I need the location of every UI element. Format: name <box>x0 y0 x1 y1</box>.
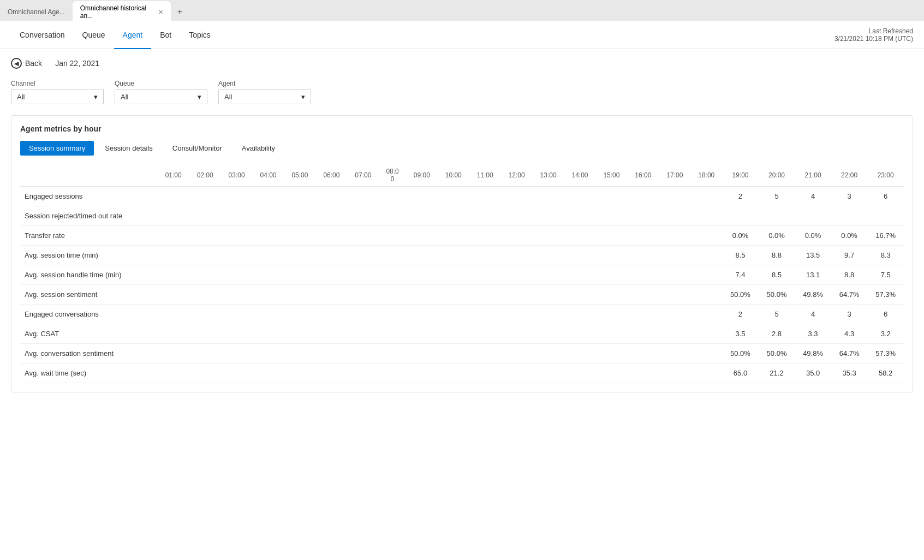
cell-value <box>347 206 379 226</box>
cell-value: 4 <box>795 305 831 324</box>
cell-value <box>501 206 533 226</box>
channel-value: All <box>17 93 25 101</box>
tab-active[interactable]: Omnichannel historical an... ✕ <box>73 1 171 23</box>
cell-value <box>627 187 659 206</box>
cell-value <box>253 324 284 344</box>
agent-select[interactable]: All ▾ <box>218 90 311 104</box>
column-header-metric <box>20 164 158 187</box>
row-label: Engaged sessions <box>20 187 158 206</box>
queue-value: All <box>121 93 128 101</box>
cell-value <box>659 285 690 305</box>
cell-value <box>158 305 189 324</box>
cell-value <box>284 324 315 344</box>
channel-filter: Channel All ▾ <box>11 80 104 104</box>
sub-tab-session-summary[interactable]: Session summary <box>20 141 94 156</box>
cell-value <box>379 305 406 324</box>
agent-chevron-icon: ▾ <box>301 93 305 101</box>
cell-value <box>379 226 406 246</box>
cell-value <box>406 305 438 324</box>
cell-value <box>379 324 406 344</box>
cell-value <box>627 265 659 285</box>
cell-value: 6 <box>867 305 904 324</box>
queue-label: Queue <box>115 80 207 87</box>
last-refreshed-label: Last Refreshed <box>834 27 913 35</box>
close-tab-icon[interactable]: ✕ <box>158 9 163 16</box>
column-header-hour: 23:00 <box>867 164 904 187</box>
cell-value <box>253 206 284 226</box>
last-refreshed: Last Refreshed 3/21/2021 10:18 PM (UTC) <box>834 27 913 43</box>
channel-select[interactable]: All ▾ <box>11 90 104 104</box>
cell-value: 35.0 <box>795 364 831 383</box>
row-label: Transfer rate <box>20 226 158 246</box>
cell-value <box>379 187 406 206</box>
column-header-hour: 04:00 <box>253 164 284 187</box>
column-header-hour: 19:00 <box>722 164 759 187</box>
cell-value <box>469 265 501 285</box>
cell-value: 50.0% <box>722 344 759 364</box>
cell-value <box>347 324 379 344</box>
row-label: Avg. CSAT <box>20 324 158 344</box>
cell-value <box>659 324 690 344</box>
table-row: Avg. conversation sentiment50.0%50.0%49.… <box>20 344 904 364</box>
cell-value <box>831 206 868 226</box>
row-label: Avg. session handle time (min) <box>20 265 158 285</box>
row-label: Avg. session sentiment <box>20 285 158 305</box>
back-button[interactable]: ◀ Back <box>11 58 42 69</box>
column-header-hour: 09:00 <box>406 164 438 187</box>
cell-value <box>347 285 379 305</box>
sub-tab-availability[interactable]: Availability <box>233 141 284 156</box>
tab-inactive[interactable]: Omnichannel Age... <box>0 5 73 19</box>
cell-value <box>284 206 315 226</box>
cell-value <box>469 246 501 265</box>
cell-value <box>564 344 596 364</box>
cell-value <box>659 265 690 285</box>
sub-tab-session-details[interactable]: Session details <box>96 141 161 156</box>
table-row: Engaged conversations25436 <box>20 305 904 324</box>
cell-value <box>221 324 253 344</box>
agent-label: Agent <box>218 80 311 87</box>
cell-value <box>315 324 347 344</box>
cell-value <box>189 364 221 383</box>
cell-value <box>315 226 347 246</box>
nav-item-queue[interactable]: Queue <box>74 21 114 49</box>
cell-value <box>659 226 690 246</box>
sub-tab-consult-monitor[interactable]: Consult/Monitor <box>164 141 231 156</box>
cell-value <box>627 324 659 344</box>
cell-value <box>347 246 379 265</box>
cell-value: 3.5 <box>722 324 759 344</box>
cell-value <box>438 206 469 226</box>
cell-value <box>533 324 564 344</box>
cell-value: 50.0% <box>722 285 759 305</box>
cell-value <box>379 206 406 226</box>
queue-select[interactable]: All ▾ <box>115 90 207 104</box>
cell-value <box>158 344 189 364</box>
card-title: Agent metrics by hour <box>20 124 904 133</box>
cell-value <box>867 206 904 226</box>
cell-value <box>406 324 438 344</box>
content-area: ◀ Back Jan 22, 2021 Channel All ▾ Queue … <box>0 49 924 560</box>
nav-item-conversation[interactable]: Conversation <box>11 21 74 49</box>
cell-value <box>627 305 659 324</box>
cell-value <box>284 265 315 285</box>
cell-value <box>379 364 406 383</box>
cell-value <box>438 187 469 206</box>
cell-value <box>284 187 315 206</box>
agent-value: All <box>224 93 232 101</box>
cell-value <box>158 246 189 265</box>
cell-value <box>795 206 831 226</box>
cell-value <box>469 226 501 246</box>
cell-value <box>501 285 533 305</box>
nav-item-bot[interactable]: Bot <box>151 21 180 49</box>
cell-value: 64.7% <box>831 344 868 364</box>
cell-value <box>659 187 690 206</box>
cell-value <box>347 187 379 206</box>
cell-value <box>564 305 596 324</box>
cell-value <box>284 305 315 324</box>
nav-item-agent[interactable]: Agent <box>114 21 152 49</box>
table-row: Session rejected/timed out rate <box>20 206 904 226</box>
cell-value <box>469 305 501 324</box>
add-tab-button[interactable]: + <box>173 5 187 19</box>
nav-item-topics[interactable]: Topics <box>180 21 219 49</box>
cell-value <box>438 344 469 364</box>
cell-value <box>315 344 347 364</box>
